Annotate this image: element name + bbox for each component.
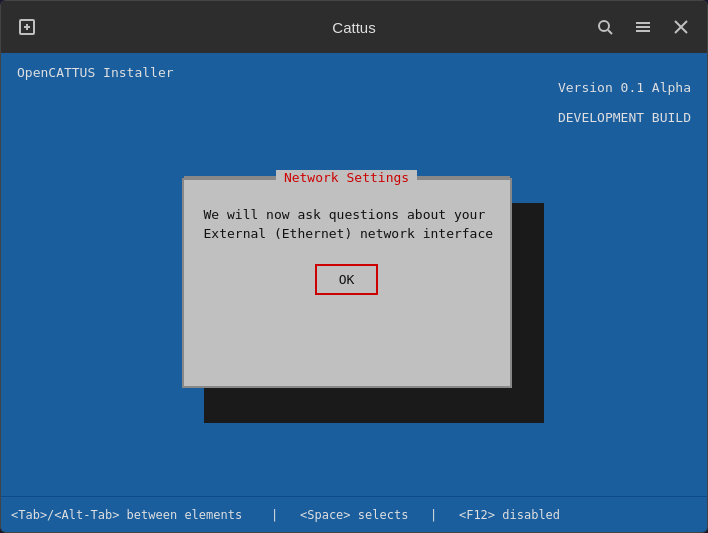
svg-point-3 bbox=[599, 21, 609, 31]
search-button[interactable] bbox=[589, 11, 621, 43]
dialog-body: We will now ask questions about your Ext… bbox=[184, 185, 510, 254]
menu-button[interactable] bbox=[627, 11, 659, 43]
window-title: Cattus bbox=[332, 19, 375, 36]
ok-button[interactable]: OK bbox=[315, 264, 379, 295]
dialog-title: Network Settings bbox=[276, 170, 417, 185]
title-bar-right bbox=[589, 11, 697, 43]
dialog-title-line-right bbox=[417, 176, 509, 178]
terminal-window: Cattus bbox=[0, 0, 708, 533]
status-bar-text: <Tab>/<Alt-Tab> between elements | <Spac… bbox=[11, 508, 560, 522]
svg-line-4 bbox=[608, 30, 612, 34]
title-bar-left bbox=[11, 11, 43, 43]
dialog-title-line-left bbox=[184, 176, 276, 178]
dialog-title-bar: Network Settings bbox=[184, 170, 510, 185]
close-button[interactable] bbox=[665, 11, 697, 43]
terminal-content: OpenCATTUS Installer Version 0.1 Alpha D… bbox=[1, 53, 707, 532]
dialog-box: Network Settings We will now ask questio… bbox=[182, 178, 512, 388]
dialog-overlay: Network Settings We will now ask questio… bbox=[1, 53, 707, 532]
status-bar: <Tab>/<Alt-Tab> between elements | <Spac… bbox=[1, 496, 707, 532]
dialog-buttons: OK bbox=[184, 254, 510, 315]
add-tab-button[interactable] bbox=[11, 11, 43, 43]
title-bar: Cattus bbox=[1, 1, 707, 53]
